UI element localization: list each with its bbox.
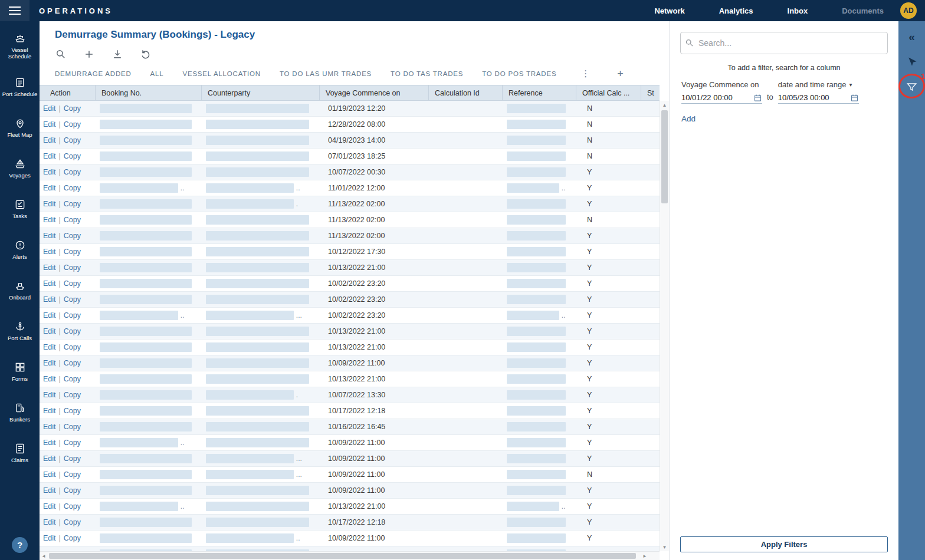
- column-header-action[interactable]: Action: [40, 85, 96, 100]
- sidebar-item-onboard[interactable]: Onboard: [0, 270, 40, 311]
- copy-link[interactable]: Copy: [64, 200, 81, 208]
- sidebar-item-port-calls[interactable]: Port Calls: [0, 311, 40, 351]
- scroll-up-arrow[interactable]: ▲: [660, 101, 669, 109]
- filter-operator-dropdown[interactable]: date and time range ▾: [778, 80, 859, 89]
- copy-link[interactable]: Copy: [64, 486, 81, 495]
- edit-link[interactable]: Edit: [43, 502, 56, 510]
- table-row[interactable]: Edit | Copy 07/01/2023 18:25 N: [40, 149, 660, 164]
- copy-link[interactable]: Copy: [64, 263, 81, 272]
- filter-search-input[interactable]: [680, 32, 888, 54]
- column-header-calculation-id[interactable]: Calculation Id: [429, 85, 503, 100]
- avatar[interactable]: AD: [900, 2, 917, 19]
- copy-link[interactable]: Copy: [64, 343, 81, 351]
- table-row[interactable]: Edit | Copy 10/17/2022 12:18 Y: [40, 515, 660, 531]
- scroll-down-arrow[interactable]: ▼: [660, 543, 669, 551]
- edit-link[interactable]: Edit: [43, 518, 56, 526]
- sidebar-item-voyages[interactable]: Voyages: [0, 148, 40, 189]
- table-row[interactable]: Edit | Copy 10/13/2022 21:00 Y: [40, 324, 660, 340]
- table-row[interactable]: Edit | Copy 11/13/2022 02:00 Y: [40, 228, 660, 244]
- filter-from-input[interactable]: [681, 93, 751, 102]
- column-header-official-calc[interactable]: Official Calc ...: [576, 85, 641, 100]
- copy-link[interactable]: Copy: [64, 216, 81, 224]
- copy-link[interactable]: Copy: [64, 407, 81, 415]
- edit-link[interactable]: Edit: [43, 232, 56, 240]
- apply-filters-button[interactable]: Apply Filters: [680, 536, 888, 552]
- copy-link[interactable]: Copy: [64, 279, 81, 288]
- column-header-counterparty[interactable]: Counterparty: [202, 85, 320, 100]
- scroll-right-arrow[interactable]: ►: [641, 552, 649, 560]
- table-row[interactable]: Edit | Copy .. 10/13/2022 21:00 .. Y: [40, 499, 660, 515]
- edit-link[interactable]: Edit: [43, 534, 56, 542]
- column-header-voyage-commence-on[interactable]: Voyage Commence on: [320, 85, 429, 100]
- edit-link[interactable]: Edit: [43, 120, 56, 129]
- add-icon[interactable]: [83, 48, 95, 60]
- column-header-reference[interactable]: Reference: [503, 85, 576, 100]
- nav-item-analytics[interactable]: Analytics: [719, 6, 753, 15]
- copy-link[interactable]: Copy: [64, 152, 81, 160]
- edit-link[interactable]: Edit: [43, 248, 56, 256]
- table-row[interactable]: Edit | Copy . 10/07/2022 13:30 Y: [40, 387, 660, 403]
- copy-link[interactable]: Copy: [64, 311, 81, 319]
- copy-link[interactable]: Copy: [64, 518, 81, 526]
- table-row[interactable]: Edit | Copy 10/13/2022 21:00 Y: [40, 340, 660, 355]
- copy-link[interactable]: Copy: [64, 454, 81, 463]
- copy-link[interactable]: Copy: [64, 232, 81, 240]
- table-row[interactable]: Edit | Copy 04/19/2023 14:00 N: [40, 133, 660, 149]
- table-row[interactable]: Edit | Copy 10/07/2022 00:30 Y: [40, 164, 660, 180]
- vertical-scrollbar-thumb[interactable]: [661, 110, 668, 203]
- edit-link[interactable]: Edit: [43, 279, 56, 288]
- edit-link[interactable]: Edit: [43, 439, 56, 447]
- nav-item-inbox[interactable]: Inbox: [788, 6, 808, 15]
- table-row[interactable]: Edit | Copy 10/02/2022 23:20 Y: [40, 276, 660, 292]
- tab-to-do-tas-trades[interactable]: TO DO TAS TRADES: [391, 70, 463, 77]
- copy-link[interactable]: Copy: [64, 248, 81, 256]
- filter-to-input[interactable]: [778, 93, 848, 102]
- download-icon[interactable]: [111, 48, 123, 60]
- table-row[interactable]: Edit | Copy 10/02/2022 23:20 Y: [40, 292, 660, 308]
- copy-link[interactable]: Copy: [64, 295, 81, 304]
- edit-link[interactable]: Edit: [43, 486, 56, 495]
- tab-demurrage-added[interactable]: DEMURRAGE ADDED: [55, 70, 132, 77]
- menu-icon[interactable]: [0, 0, 29, 21]
- edit-link[interactable]: Edit: [43, 470, 56, 479]
- tab-to-do-las-umr-trades[interactable]: TO DO LAS UMR TRADES: [280, 70, 372, 77]
- table-row[interactable]: Edit | Copy 10/16/2022 16:45 Y: [40, 419, 660, 435]
- edit-link[interactable]: Edit: [43, 168, 56, 176]
- column-header-booking-no[interactable]: Booking No.: [96, 85, 202, 100]
- sidebar-item-bunkers[interactable]: Bunkers: [0, 392, 40, 433]
- sidebar-item-alerts[interactable]: Alerts: [0, 229, 40, 270]
- table-row[interactable]: Edit | Copy 10/09/2022 11:00 Y: [40, 483, 660, 499]
- tab-to-do-pos-trades[interactable]: TO DO POS TRADES: [482, 70, 556, 77]
- edit-link[interactable]: Edit: [43, 311, 56, 319]
- copy-link[interactable]: Copy: [64, 184, 81, 192]
- copy-link[interactable]: Copy: [64, 168, 81, 176]
- vertical-scrollbar[interactable]: ▲ ▼: [660, 101, 669, 551]
- search-icon[interactable]: [55, 48, 67, 60]
- nav-item-documents[interactable]: Documents: [842, 6, 884, 15]
- copy-link[interactable]: Copy: [64, 359, 81, 367]
- edit-link[interactable]: Edit: [43, 184, 56, 192]
- edit-link[interactable]: Edit: [43, 327, 56, 335]
- refresh-icon[interactable]: [140, 48, 152, 60]
- add-tab-icon[interactable]: +: [617, 68, 624, 79]
- tab-all[interactable]: ALL: [150, 70, 164, 77]
- column-header-status[interactable]: St: [641, 85, 660, 100]
- table-row[interactable]: Edit | Copy 01/19/2023 12:20 N: [40, 101, 660, 117]
- copy-link[interactable]: Copy: [64, 136, 81, 144]
- table-row[interactable]: Edit | Copy 10/12/2022 17:30 Y: [40, 244, 660, 260]
- copy-link[interactable]: Copy: [64, 104, 81, 113]
- table-row[interactable]: Edit | Copy 11/13/2022 02:00 N: [40, 212, 660, 228]
- copy-link[interactable]: Copy: [64, 423, 81, 431]
- copy-link[interactable]: Copy: [64, 327, 81, 335]
- sidebar-item-vessel-schedule[interactable]: Vessel Schedule: [0, 26, 40, 67]
- sidebar-item-port-schedule[interactable]: Port Schedule: [0, 67, 40, 107]
- add-filter-link[interactable]: Add: [681, 114, 696, 123]
- table-row[interactable]: Edit | Copy 10/09/2022 11:00 Y: [40, 355, 660, 371]
- copy-link[interactable]: Copy: [64, 120, 81, 129]
- sidebar-item-fleet-map[interactable]: Fleet Map: [0, 107, 40, 148]
- copy-link[interactable]: Copy: [64, 470, 81, 479]
- edit-link[interactable]: Edit: [43, 104, 56, 113]
- table-row[interactable]: Edit | Copy 10/13/2022 21:00 Y: [40, 260, 660, 276]
- horizontal-scrollbar-thumb[interactable]: [49, 553, 636, 559]
- help-button[interactable]: ?: [12, 537, 28, 553]
